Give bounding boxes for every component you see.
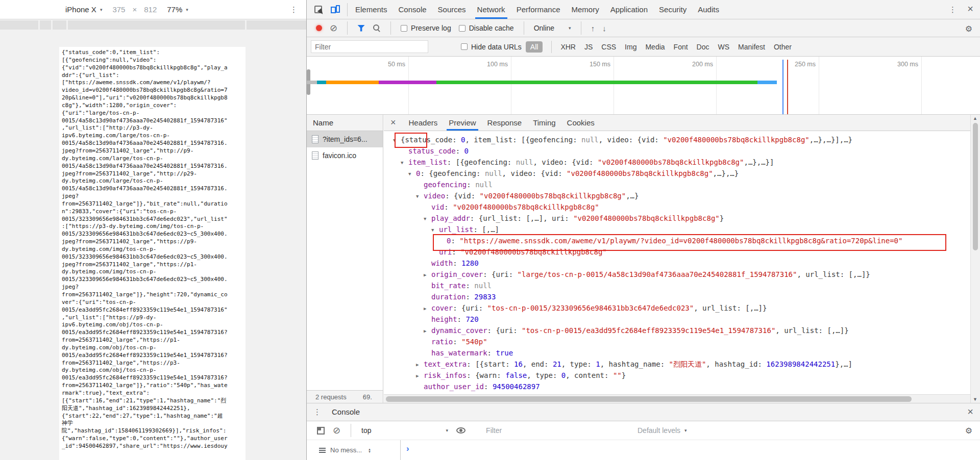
viewport-height-field[interactable]: 812 xyxy=(144,5,157,14)
console-settings-gear-icon[interactable]: ⚙ xyxy=(965,426,972,436)
checkbox-icon[interactable] xyxy=(401,25,407,32)
close-devtools-icon[interactable]: × xyxy=(967,3,973,15)
checkbox-icon[interactable] xyxy=(459,25,465,32)
detail-tab-timing[interactable]: Timing xyxy=(527,115,561,131)
tree-row[interactable]: geofencing: null xyxy=(384,179,970,190)
name-column-header[interactable]: Name xyxy=(307,115,383,131)
disable-cache-checkbox[interactable]: Disable cache xyxy=(459,24,514,32)
scrollbar-thumb[interactable] xyxy=(973,123,978,250)
network-settings-gear-icon[interactable]: ⚙ xyxy=(965,24,972,34)
clear-network-log-icon[interactable]: ⊘ xyxy=(330,23,337,33)
close-drawer-icon[interactable]: × xyxy=(967,406,973,418)
chip-other[interactable]: Other xyxy=(774,43,792,51)
tree-row[interactable]: duration: 29833 xyxy=(384,291,970,302)
live-expression-eye-icon[interactable] xyxy=(456,427,465,433)
inspect-element-icon[interactable] xyxy=(314,6,322,13)
hide-data-urls-checkbox[interactable]: Hide data URLs xyxy=(461,43,522,51)
chip-xhr[interactable]: XHR xyxy=(560,43,576,51)
tab-audits[interactable]: Audits xyxy=(692,0,725,19)
tree-row[interactable]: uri: "v0200f480000bs78bq8ckillkpgb8c8g" xyxy=(384,246,970,258)
tree-expanded-icon[interactable]: ▼ xyxy=(424,213,431,224)
tree-row[interactable]: ▶risk_infos: {warn: false, type: 0, cont… xyxy=(384,370,970,381)
tab-memory[interactable]: Memory xyxy=(566,0,605,19)
tree-row[interactable]: ▼{status_code: 0, item_list: [{geofencin… xyxy=(384,134,970,145)
tree-collapsed-icon[interactable]: ▶ xyxy=(424,303,431,314)
chip-manifest[interactable]: Manifest xyxy=(738,43,765,51)
console-filter-input[interactable]: Filter xyxy=(486,426,502,435)
detail-tab-cookies[interactable]: Cookies xyxy=(561,115,600,131)
detail-tab-response[interactable]: Response xyxy=(482,115,528,131)
checkbox-icon[interactable] xyxy=(461,43,468,50)
tree-row[interactable]: width: 1280 xyxy=(384,258,970,269)
request-row[interactable]: favicon.ico xyxy=(307,147,383,164)
drawer-menu-icon[interactable]: ⋮ xyxy=(307,407,326,417)
chip-img[interactable]: Img xyxy=(625,43,636,51)
tree-row[interactable]: ▶text_extra: [{start: 16, end: 21, type:… xyxy=(384,359,970,370)
tab-application[interactable]: Application xyxy=(605,0,653,19)
tree-row[interactable]: bit_rate: null xyxy=(384,280,970,291)
console-sidebar-icon[interactable] xyxy=(319,448,326,449)
viewport-width-field[interactable]: 375 xyxy=(112,5,125,14)
tree-collapsed-icon[interactable]: ▶ xyxy=(416,370,424,381)
tab-security[interactable]: Security xyxy=(653,0,692,19)
export-har-icon[interactable]: ↓ xyxy=(602,24,606,33)
network-overview-timeline[interactable]: 50 ms100 ms150 ms200 ms250 ms300 ms xyxy=(307,57,980,115)
chip-ws[interactable]: WS xyxy=(718,43,730,51)
tree-row[interactable]: ▼url_list: [,…] xyxy=(384,224,970,235)
chip-js[interactable]: JS xyxy=(584,43,593,51)
tree-row[interactable]: author_user_id: 94500462897 xyxy=(384,381,970,392)
tree-row[interactable]: status_code: 0 xyxy=(384,145,970,157)
network-filter-input[interactable] xyxy=(311,40,428,53)
tab-performance[interactable]: Performance xyxy=(511,0,566,19)
scroll-up-icon[interactable]: ▲ xyxy=(973,116,977,121)
tab-elements[interactable]: Elements xyxy=(350,0,393,19)
close-detail-icon[interactable]: × xyxy=(384,117,403,128)
tree-expanded-icon[interactable]: ▼ xyxy=(416,191,424,202)
frame-context-icon[interactable] xyxy=(317,427,325,435)
tab-sources[interactable]: Sources xyxy=(432,0,472,19)
request-row[interactable]: ?item_ids=6... xyxy=(307,131,383,147)
device-toolbar-menu-icon[interactable]: ⋮ xyxy=(290,5,298,14)
chip-media[interactable]: Media xyxy=(645,43,665,51)
tree-row[interactable]: 0: "https://aweme.snssdk.com/aweme/v1/pl… xyxy=(384,235,970,246)
search-icon[interactable] xyxy=(373,24,381,32)
throttling-dropdown[interactable]: Online ▾ xyxy=(534,24,571,32)
tree-collapsed-icon[interactable]: ▶ xyxy=(424,325,431,337)
vertical-scrollbar[interactable]: ▲ ▼ xyxy=(970,115,980,403)
tree-row[interactable]: height: 720 xyxy=(384,314,970,325)
tree-expanded-icon[interactable]: ▼ xyxy=(401,157,408,168)
tree-row[interactable]: ▼play_addr: {url_list: [,…], uri: "v0200… xyxy=(384,213,970,224)
tab-console[interactable]: Console xyxy=(393,0,432,19)
tree-row[interactable]: ▶cover: {uri: "tos-cn-p-0015/323309656e9… xyxy=(384,302,970,314)
execution-context-dropdown[interactable]: top ▾ xyxy=(361,426,448,435)
record-network-log-icon[interactable] xyxy=(316,25,322,31)
resize-handle-icon[interactable]: ▴▾ xyxy=(369,448,371,453)
import-har-icon[interactable]: ↑ xyxy=(591,24,595,33)
preserve-log-checkbox[interactable]: Preserve log xyxy=(401,24,451,32)
horizontal-scrollbar[interactable] xyxy=(384,394,970,403)
clear-console-icon[interactable]: ⊘ xyxy=(333,426,340,435)
tab-console[interactable]: Console xyxy=(326,403,366,421)
tab-network[interactable]: Network xyxy=(472,0,511,19)
tree-collapsed-icon[interactable]: ▶ xyxy=(424,269,431,280)
tree-expanded-icon[interactable]: ▼ xyxy=(431,224,439,236)
tree-row[interactable]: ▼item_list: [{geofencing: null, video: {… xyxy=(384,157,970,168)
tree-row[interactable]: ▶origin_cover: {uri: "large/tos-cn-p-001… xyxy=(384,269,970,280)
device-selector[interactable]: iPhone X ▾ xyxy=(65,5,102,14)
zoom-selector[interactable]: 77% ▾ xyxy=(167,5,188,14)
console-sidebar[interactable]: No mess... ▴▾ xyxy=(307,440,401,460)
tree-expanded-icon[interactable]: ▼ xyxy=(408,168,416,180)
chip-doc[interactable]: Doc xyxy=(697,43,709,51)
chip-font[interactable]: Font xyxy=(674,43,688,51)
device-toolbar-toggle-icon[interactable] xyxy=(331,5,340,14)
devtools-menu-icon[interactable]: ⋮ xyxy=(949,5,957,14)
filter-funnel-icon[interactable] xyxy=(357,25,365,32)
tree-row[interactable]: has_watermark: true xyxy=(384,347,970,359)
detail-tab-preview[interactable]: Preview xyxy=(443,115,481,131)
chip-all[interactable]: All xyxy=(526,41,543,53)
scrollbar-thumb[interactable] xyxy=(386,396,912,402)
tree-row[interactable]: ▶dynamic_cover: {uri: "tos-cn-p-0015/ea3… xyxy=(384,325,970,336)
console-prompt-icon[interactable]: › xyxy=(401,440,409,460)
tree-row[interactable]: vid: "v0200f480000bs78bq8ckillkpgb8c8g" xyxy=(384,201,970,213)
tree-expanded-icon[interactable]: ▼ xyxy=(393,135,401,146)
